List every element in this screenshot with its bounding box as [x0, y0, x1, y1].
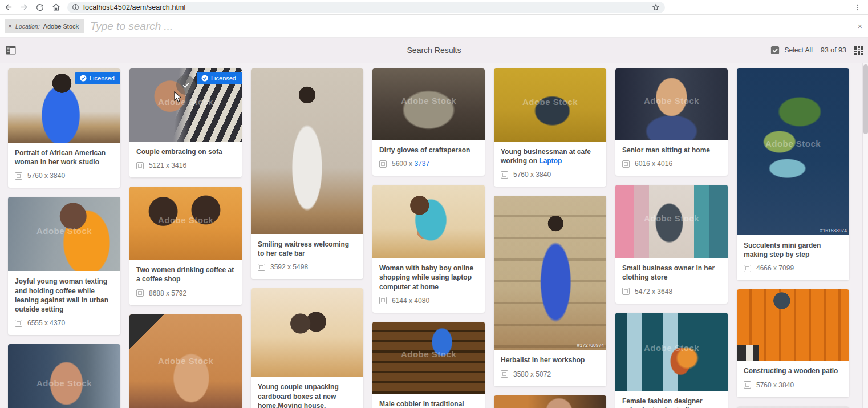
- home-icon[interactable]: [48, 1, 64, 14]
- asset-card[interactable]: Adobe StockTwo women drinking coffee at …: [129, 187, 242, 305]
- asset-meta: Senior man sitting at home6016 x 4016: [615, 140, 728, 176]
- asset-dimensions: 6144 x 4080: [379, 297, 478, 305]
- adobe-stock-watermark: Adobe Stock: [615, 96, 728, 106]
- omnisearch-bar: × Location: Adobe Stock ×: [0, 15, 868, 38]
- selection-check-icon[interactable]: [176, 75, 196, 95]
- licensed-badge: Licensed: [75, 72, 120, 84]
- asset-card[interactable]: Adobe StockMale cobbler in traditional s…: [372, 322, 485, 408]
- asset-card[interactable]: Adobe StockSenior man sitting at home601…: [615, 68, 728, 176]
- adobe-stock-watermark: Adobe Stock: [372, 349, 485, 359]
- asset-title: Smiling waitress welcoming to her cafe b…: [258, 240, 356, 258]
- asset-thumbnail[interactable]: Adobe Stock#161588974: [737, 68, 849, 235]
- asset-card[interactable]: Adobe Stock: [129, 314, 242, 408]
- chip-remove-icon[interactable]: ×: [8, 23, 12, 30]
- forward-icon[interactable]: [16, 1, 32, 14]
- search-filter-chip[interactable]: × Location: Adobe Stock: [5, 19, 84, 33]
- asset-title: Herbalist in her workshop: [501, 356, 599, 365]
- photo-id: #161588974: [820, 228, 847, 233]
- refresh-icon[interactable]: [32, 1, 48, 14]
- scrollbar-thumb[interactable]: [863, 64, 868, 134]
- chip-filter-label: Location:: [15, 23, 40, 30]
- grid-column: Adobe StockDirty gloves of craftsperson5…: [372, 68, 485, 408]
- asset-dimensions: 6016 x 4016: [622, 160, 721, 168]
- result-count: 93 of 93: [821, 46, 846, 54]
- asset-dimensions-value: 6555 x 4370: [27, 319, 65, 327]
- asset-thumbnail[interactable]: Adobe Stock: [494, 68, 606, 142]
- asset-title: Couple embracing on sofa: [136, 147, 235, 156]
- back-icon[interactable]: [0, 1, 16, 14]
- asset-thumbnail[interactable]: [737, 406, 849, 408]
- asset-meta: Dirty gloves of craftsperson5600 x 3737: [372, 140, 485, 176]
- asset-thumbnail[interactable]: Adobe Stock: [615, 185, 728, 258]
- asset-card[interactable]: Young couple unpacking cardboard boxes a…: [251, 288, 363, 408]
- search-input[interactable]: [90, 20, 868, 33]
- asset-dimensions-value: 5760 x 3840: [513, 171, 551, 179]
- asset-title: Female fashion designer using laptop in …: [622, 397, 721, 408]
- asset-dimensions-value: 5121 x 3416: [149, 161, 186, 169]
- asset-card[interactable]: Adobe StockPortrait of daydreaming young: [8, 344, 120, 408]
- asset-meta: Young couple unpacking cardboard boxes a…: [251, 377, 363, 408]
- asset-dimensions-value: 6144 x 4080: [392, 297, 429, 305]
- asset-card[interactable]: #172768974Herbalist in her workshop3580 …: [494, 196, 606, 386]
- asset-thumbnail[interactable]: #172768974: [494, 196, 606, 350]
- page-info-icon[interactable]: [72, 3, 79, 11]
- image-type-icon: [15, 172, 22, 180]
- bookmark-star-icon[interactable]: [648, 1, 664, 14]
- asset-dimensions: 8688 x 5792: [136, 289, 235, 297]
- asset-thumbnail[interactable]: [372, 185, 485, 258]
- licensed-check-icon: [201, 75, 208, 82]
- asset-card[interactable]: Woman with baby boy online shopping whil…: [372, 185, 485, 313]
- asset-card[interactable]: Smiling waitress welcoming to her cafe b…: [251, 68, 363, 279]
- asset-card[interactable]: [494, 395, 606, 408]
- asset-card[interactable]: Adobe StockDirty gloves of craftsperson5…: [372, 68, 485, 176]
- asset-title: Senior man sitting at home: [622, 146, 721, 155]
- asset-card[interactable]: Adobe StockJoyful young woman texting an…: [8, 197, 120, 335]
- asset-thumbnail[interactable]: [251, 288, 363, 377]
- asset-card[interactable]: Adobe StockSmall business owner in her c…: [615, 185, 728, 303]
- asset-card[interactable]: Adobe StockLicensedCouple embracing on s…: [129, 68, 242, 177]
- asset-thumbnail[interactable]: Adobe Stock: [615, 68, 728, 140]
- select-all-button[interactable]: Select All: [770, 46, 812, 55]
- asset-thumbnail[interactable]: Licensed: [8, 68, 120, 143]
- vertical-scrollbar[interactable]: [862, 63, 868, 408]
- asset-thumbnail[interactable]: [494, 395, 606, 408]
- grid-column: Adobe StockLicensedCouple embracing on s…: [129, 68, 242, 408]
- url-text: localhost:4502/aem/search.html: [83, 3, 185, 11]
- asset-thumbnail[interactable]: Adobe Stock: [8, 197, 120, 271]
- asset-card[interactable]: [737, 406, 849, 408]
- browser-menu-icon[interactable]: [850, 1, 866, 14]
- rail-toggle-icon[interactable]: [6, 46, 16, 55]
- photo-id: #172768974: [577, 342, 604, 348]
- asset-dimensions-value: 5760 x 3840: [27, 172, 65, 180]
- asset-thumbnail[interactable]: Adobe Stock: [129, 187, 242, 260]
- image-type-icon: [15, 320, 22, 327]
- asset-meta: Portrait of African American woman in he…: [8, 143, 120, 188]
- search-close-icon[interactable]: ×: [858, 22, 862, 31]
- asset-thumbnail[interactable]: Adobe Stock: [129, 314, 242, 408]
- asset-thumbnail[interactable]: Adobe Stock: [372, 68, 485, 140]
- asset-dimensions-value: 5760 x 3840: [756, 381, 794, 389]
- asset-thumbnail[interactable]: Adobe Stock: [615, 313, 728, 391]
- grid-view-icon[interactable]: [854, 46, 863, 55]
- asset-card[interactable]: Constructing a wooden patio5760 x 3840: [737, 289, 849, 397]
- image-type-icon: [744, 381, 751, 389]
- asset-meta: Succulents mini garden making step by st…: [737, 235, 849, 280]
- asset-card[interactable]: Adobe StockYoung businessman at cafe wor…: [494, 68, 606, 187]
- asset-thumbnail[interactable]: Adobe Stock: [8, 344, 120, 408]
- asset-dimensions: 5121 x 3416: [136, 161, 235, 169]
- asset-thumbnail[interactable]: [737, 289, 849, 361]
- asset-thumbnail[interactable]: Adobe StockLicensed: [129, 68, 242, 142]
- asset-title: Two women drinking coffee at a coffee sh…: [136, 265, 235, 284]
- asset-card[interactable]: Adobe Stock#161588974Succulents mini gar…: [737, 68, 849, 280]
- adobe-stock-watermark: Adobe Stock: [372, 96, 485, 106]
- asset-thumbnail[interactable]: [251, 68, 363, 234]
- licensed-badge: Licensed: [197, 72, 242, 84]
- url-bar[interactable]: localhost:4502/aem/search.html: [67, 2, 665, 13]
- asset-title: Succulents mini garden making step by st…: [744, 241, 842, 259]
- asset-thumbnail[interactable]: Adobe Stock: [372, 322, 485, 394]
- asset-card[interactable]: Adobe StockFemale fashion designer using…: [615, 313, 728, 408]
- asset-dimensions-value: 5600 x 3737: [392, 160, 429, 168]
- asset-card[interactable]: LicensedPortrait of African American wom…: [8, 68, 120, 188]
- asset-dimensions-value: 4666 x 7099: [756, 264, 794, 272]
- asset-dimensions-value: 5472 x 3648: [635, 288, 672, 296]
